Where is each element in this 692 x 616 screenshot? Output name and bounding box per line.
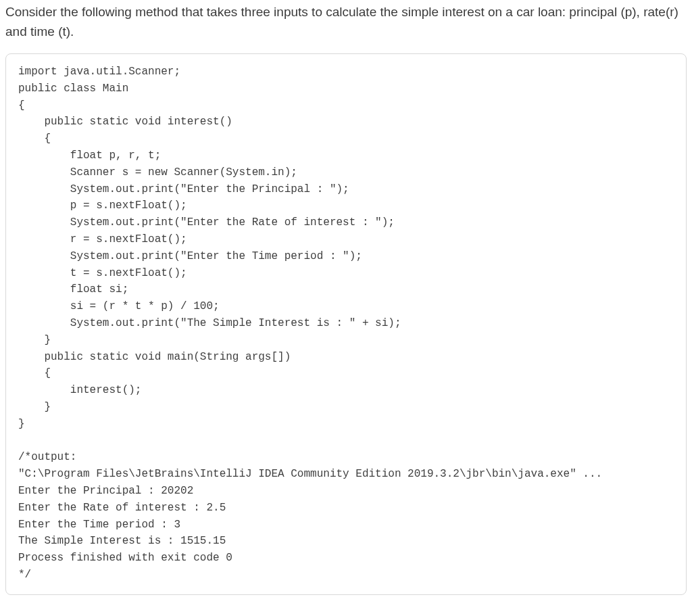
code-line: "C:\Program Files\JetBrains\IntelliJ IDE… bbox=[18, 468, 602, 480]
code-line: } bbox=[18, 334, 51, 346]
code-block: import java.util.Scanner; public class M… bbox=[18, 64, 674, 584]
code-line: p = s.nextFloat(); bbox=[18, 199, 187, 212]
code-line: float p, r, t; bbox=[18, 149, 161, 162]
code-line: { bbox=[18, 367, 51, 379]
code-line: */ bbox=[18, 569, 31, 581]
code-line: si = (r * t * p) / 100; bbox=[18, 300, 220, 312]
code-line: Scanner s = new Scanner(System.in); bbox=[18, 166, 297, 179]
code-line: Process finished with exit code 0 bbox=[18, 552, 232, 564]
code-line: public class Main bbox=[18, 82, 128, 95]
code-line: import java.util.Scanner; bbox=[18, 66, 180, 78]
code-line: System.out.print("Enter the Principal : … bbox=[18, 183, 349, 195]
intro-paragraph: Consider the following method that takes… bbox=[5, 3, 687, 41]
page-content: Consider the following method that takes… bbox=[0, 3, 692, 603]
code-line: /*output: bbox=[18, 451, 76, 463]
code-line: t = s.nextFloat(); bbox=[18, 267, 187, 279]
code-line: Enter the Time period : 3 bbox=[18, 519, 180, 531]
code-line: System.out.print("Enter the Rate of inte… bbox=[18, 216, 395, 229]
code-line: System.out.print("The Simple Interest is… bbox=[18, 317, 401, 329]
code-line: public static void interest() bbox=[18, 116, 232, 128]
code-line: r = s.nextFloat(); bbox=[18, 233, 187, 245]
code-line: The Simple Interest is : 1515.15 bbox=[18, 535, 226, 547]
code-line: } bbox=[18, 401, 51, 413]
code-line: { bbox=[18, 99, 25, 112]
code-line: Enter the Principal : 20202 bbox=[18, 485, 193, 497]
code-line: { bbox=[18, 133, 51, 145]
code-line: Enter the Rate of interest : 2.5 bbox=[18, 502, 226, 514]
code-line: interest(); bbox=[18, 384, 141, 396]
code-line: public static void main(String args[]) bbox=[18, 351, 291, 363]
code-line: System.out.print("Enter the Time period … bbox=[18, 250, 362, 262]
code-card: import java.util.Scanner; public class M… bbox=[5, 53, 687, 595]
code-line: float si; bbox=[18, 283, 128, 295]
code-line: } bbox=[18, 418, 25, 430]
